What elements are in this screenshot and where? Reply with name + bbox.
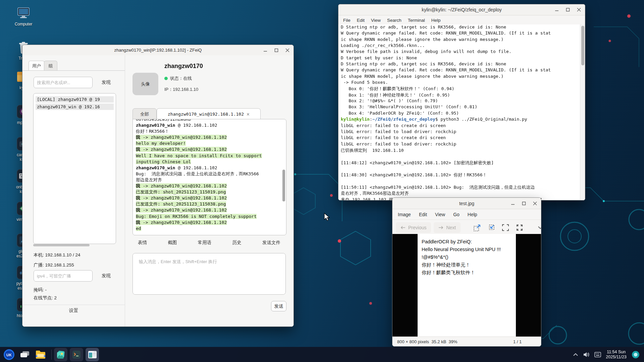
chat-toolbar-item-0[interactable]: 表情: [137, 239, 148, 246]
user-list-hscrollbar[interactable]: [33, 244, 115, 246]
message-scrollbar[interactable]: [282, 170, 285, 201]
tab-close-icon[interactable]: ×: [247, 111, 250, 117]
viewer-titlebar[interactable]: test.jpg: [392, 198, 541, 209]
terminal-menu-edit[interactable]: Edit: [357, 18, 365, 23]
message-input[interactable]: [133, 253, 285, 294]
peer-status: 状态：在线: [164, 75, 192, 81]
desktop-icon-computer[interactable]: Computer: [8, 6, 39, 26]
terminal-line: W Query dynamic range failed. Ret code: …: [338, 31, 585, 37]
chat-tab-current[interactable]: zhangzw0170_win@192.168.1.102 ×: [157, 108, 261, 120]
desktop: ComputerTrashkylinmpv.depcameraktoponboa…: [0, 0, 644, 362]
image-viewer-icon: [56, 350, 65, 359]
terminal-line: Box 2: '!@#$%~ &*( )' (Conf: 0.79): [338, 98, 585, 104]
zoom-in-icon[interactable]: [471, 222, 483, 233]
search-input[interactable]: [34, 77, 93, 88]
zoom-out-icon[interactable]: [485, 222, 497, 233]
terminal-menu-search[interactable]: Search: [387, 18, 401, 23]
terminal-line: W Query dynamic range failed. Ret code: …: [338, 67, 585, 73]
minimize-icon[interactable]: [511, 201, 515, 205]
chat-tab-all[interactable]: 全部: [132, 108, 157, 120]
tab-groups[interactable]: 组: [44, 61, 57, 71]
message-history[interactable]: oufOhJe3SEw5/IZhZWdKbzhangzw0170_win @ 1…: [132, 119, 286, 235]
terminal-menu-terminal[interactable]: Terminal: [408, 18, 425, 23]
mask-info: 掩码: -: [34, 287, 47, 293]
maximize-icon[interactable]: [274, 48, 278, 52]
user-list-item[interactable]: zhangzw0170_win @ 192.16: [36, 104, 114, 110]
viewer-menu-view[interactable]: View: [435, 212, 445, 217]
terminal-menu-view[interactable]: View: [371, 18, 381, 23]
ocr-image-text-line: Hello Neural Processing Unit NPU !!!: [422, 246, 516, 253]
viewer-menu-image[interactable]: Image: [398, 212, 411, 217]
volume-icon[interactable]: [583, 352, 590, 358]
terminal-line: Box 1: '你好！神经处理单元！' (Conf: 0.95): [338, 92, 585, 98]
chat-toolbar-item-2[interactable]: 常用语: [197, 239, 213, 246]
file-manager-button[interactable]: [34, 348, 47, 361]
message-input-box: [132, 253, 286, 295]
message-text: Well I have no space to install Fcitx to…: [136, 153, 286, 159]
fullscreen-icon[interactable]: [514, 222, 525, 233]
terminal-line: D Starting ntp or adb, target soc is RK3…: [338, 61, 585, 67]
tab-users[interactable]: 用户: [29, 61, 45, 71]
viewer-menu-edit[interactable]: Edit: [419, 212, 427, 217]
terminal-scrollbar[interactable]: [580, 24, 585, 200]
viewer-menu-go[interactable]: Go: [453, 212, 460, 217]
viewer-menu-help[interactable]: Help: [468, 212, 477, 217]
terminal-menu-file[interactable]: File: [343, 18, 351, 23]
terminal-titlebar[interactable]: kylin@kylin: ~/ZFeiQ/zfeiq_ocr_deploy: [338, 4, 585, 15]
ipv4-input[interactable]: [34, 270, 93, 282]
chat-titlebar[interactable]: zhangzw0170_win[IP:192.168.1.102] - ZFei…: [22, 45, 293, 56]
zfeiq-window-icon: [88, 351, 97, 359]
fit-to-window-icon[interactable]: [499, 222, 511, 233]
message-header: zhangzw0170_win @ 192.168.1.102: [136, 122, 286, 128]
close-icon[interactable]: [577, 8, 581, 12]
user-list[interactable]: [LOCAL] zhangzw0170 @ 19zhangzw0170_win …: [33, 93, 116, 244]
chevron-down-icon[interactable]: [536, 222, 541, 233]
send-button[interactable]: 发送: [271, 301, 286, 311]
task-terminal[interactable]: [70, 348, 83, 361]
close-icon[interactable]: [285, 48, 289, 52]
close-icon[interactable]: [533, 201, 537, 205]
image-info: 800 × 800 pixels 35.2 kB 39%: [397, 339, 458, 344]
maximize-icon[interactable]: [522, 201, 526, 205]
terminal-line: 是右对齐，而RK3566那边是左对齐: [338, 190, 585, 196]
tray-expand-icon[interactable]: [573, 353, 578, 356]
message-text: inputting Chinese Lol: [136, 159, 286, 165]
window-zfeiq-chat: zhangzw0170_win[IP:192.168.1.102] - ZFei…: [22, 45, 294, 327]
assistant-icon[interactable]: [631, 350, 640, 359]
minimize-icon[interactable]: [263, 48, 267, 52]
viewer-menubar: ImageEditViewGoHelp: [392, 209, 541, 220]
user-list-item[interactable]: [LOCAL] zhangzw0170 @ 19: [36, 96, 114, 103]
discover-ip-button[interactable]: 发现: [100, 272, 112, 280]
arrow-left-icon: [400, 226, 406, 230]
taskbar-clock[interactable]: 11:54 Sun 2025/11/23: [606, 350, 627, 360]
next-button[interactable]: Next: [434, 222, 461, 233]
terminal-output[interactable]: D Starting ntp or adb, target soc is RK3…: [338, 24, 585, 200]
message-text: oufOhJe3SEw5/IZhZWdKb: [136, 119, 286, 122]
test-image-content: PaddlerOCR by ZFeiQ:Hello Neural Process…: [418, 234, 516, 337]
ocr-image-text-line: 你好！麒麟类飞秋软件！: [422, 269, 516, 277]
maximize-icon[interactable]: [566, 8, 570, 12]
viewer-statusbar: 800 × 800 pixels 35.2 kB 39% 1 / 1: [392, 337, 541, 346]
discover-button[interactable]: 发现: [100, 79, 112, 86]
ocr-image-text-line: !@#$%^&*(): [422, 253, 516, 261]
start-menu-button[interactable]: UK: [2, 348, 16, 361]
image-canvas[interactable]: PaddlerOCR by ZFeiQ:Hello Neural Process…: [392, 234, 541, 337]
chat-toolbar-item-3[interactable]: 历史: [231, 239, 243, 246]
message-text: 已发送文件: shot_20251123_115038.png: [136, 201, 286, 207]
multitask-view-button[interactable]: [18, 348, 32, 361]
previous-button[interactable]: Previous: [396, 222, 431, 233]
settings-button[interactable]: 设置: [22, 307, 125, 314]
terminal-line: -> Found 5 boxes.: [338, 80, 585, 86]
task-image-viewer[interactable]: [54, 348, 67, 361]
chat-toolbar-item-1[interactable]: 截图: [166, 239, 178, 246]
input-method-icon[interactable]: [594, 352, 601, 357]
task-zfeiq[interactable]: [86, 348, 99, 361]
chat-toolbar-item-4[interactable]: 发送文件: [261, 239, 282, 246]
terminal-menu-help[interactable]: Help: [431, 18, 441, 23]
message-text: 你好！RK3566！: [136, 128, 286, 134]
svg-text:UK: UK: [6, 353, 12, 357]
mouse-cursor: [324, 213, 331, 222]
terminal-line: libGL error: failed to create dri screen: [338, 135, 585, 141]
minimize-icon[interactable]: [554, 8, 559, 12]
chat-right-panel: 头像 zhangzw0170 状态：在线 IP：192.168.1.10 全部 …: [125, 55, 293, 326]
